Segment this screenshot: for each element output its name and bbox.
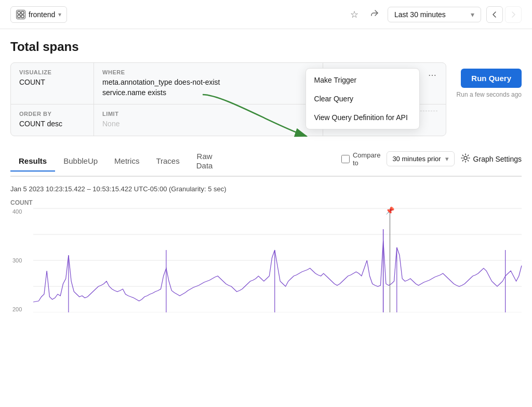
where-value-2: service.name exists — [102, 88, 314, 98]
where-cell: WHERE meta.annotation_type does-not-exis… — [94, 63, 323, 104]
tab-results[interactable]: Results — [10, 151, 55, 172]
chart-time-label: Jan 5 2023 10:23:15.422 – 10:53:15.422 U… — [10, 185, 522, 193]
query-row-1: VISUALIZE COUNT WHERE meta.annotation_ty… — [11, 63, 446, 104]
chart-inner: 📌 — [33, 208, 522, 312]
app-name: frontend — [29, 10, 55, 19]
tab-bubbleup[interactable]: BubbleUp — [55, 151, 106, 172]
run-query-button[interactable]: Run Query — [461, 69, 522, 88]
query-builder: VISUALIZE COUNT WHERE meta.annotation_ty… — [10, 62, 446, 136]
visualize-label: VISUALIZE — [19, 69, 85, 75]
order-by-cell: ORDER BY COUNT desc — [11, 104, 94, 136]
tabs: Results BubbleUp Metrics Traces RawData … — [10, 147, 522, 177]
run-status: Run a few seconds ago — [457, 91, 522, 98]
tab-traces[interactable]: Traces — [148, 151, 188, 172]
chart-y-label: COUNT — [10, 199, 522, 206]
app-selector[interactable]: frontend ▾ — [10, 6, 67, 23]
star-icon: ☆ — [350, 9, 358, 20]
limit-cell: LIMIT None — [94, 104, 323, 136]
y-label-300: 300 — [12, 257, 29, 264]
svg-point-5 — [464, 156, 467, 160]
visualize-cell: VISUALIZE COUNT — [11, 63, 94, 104]
limit-label: LIMIT — [102, 111, 314, 117]
y-label-200: 200 — [12, 306, 29, 312]
back-button[interactable] — [486, 6, 503, 23]
chart-container: 400 300 200 📌 — [10, 208, 522, 312]
more-icon: ⋯ — [428, 71, 436, 80]
svg-rect-0 — [18, 11, 20, 14]
star-button[interactable]: ☆ — [347, 6, 362, 23]
svg-rect-3 — [21, 15, 24, 18]
chevron-down-icon: ▾ — [58, 11, 61, 18]
nav-arrows — [486, 6, 522, 23]
where-value-1: meta.annotation_type does-not-exist — [102, 77, 314, 88]
compare-checkbox[interactable] — [341, 155, 350, 163]
app-icon — [16, 10, 25, 19]
visualize-value: COUNT — [19, 77, 85, 88]
query-and-run: VISUALIZE COUNT WHERE meta.annotation_ty… — [10, 62, 522, 136]
run-area: Run Query Run a few seconds ago — [446, 62, 522, 98]
share-button[interactable] — [367, 5, 382, 23]
time-chevron-icon: ▾ — [471, 10, 474, 19]
dropdown-menu: Make Trigger Clear Query View Query Defi… — [305, 68, 420, 129]
compare-check[interactable]: Compareto — [341, 151, 380, 167]
order-by-value: COUNT desc — [19, 119, 85, 129]
order-by-label: ORDER BY — [19, 111, 85, 117]
y-axis-labels: 400 300 200 — [10, 208, 31, 312]
time-prior-chevron: ▾ — [445, 155, 449, 163]
where-label: WHERE — [102, 69, 314, 75]
page: Total spans VISUALIZE COUNT WHERE meta.a… — [0, 29, 532, 312]
time-label: Last 30 minutes — [394, 10, 446, 19]
dropdown-item-api[interactable]: View Query Definition for API — [306, 108, 419, 127]
graph-settings-label: Graph Settings — [473, 155, 522, 163]
share-icon — [370, 8, 379, 20]
gear-icon — [461, 153, 470, 164]
dropdown-item-clear[interactable]: Clear Query — [306, 89, 419, 108]
time-selector[interactable]: Last 30 minutes ▾ — [388, 7, 481, 22]
tab-extras: Compareto 30 minutes prior ▾ Graph Setti… — [341, 151, 522, 171]
query-builder-wrap: VISUALIZE COUNT WHERE meta.annotation_ty… — [10, 62, 446, 136]
compare-label: Compareto — [353, 151, 380, 167]
time-prior-select[interactable]: 30 minutes prior ▾ — [387, 151, 454, 166]
top-bar: frontend ▾ ☆ Last 30 minutes ▾ — [0, 0, 532, 29]
pin-marker[interactable]: 📌 — [390, 208, 390, 312]
limit-value: None — [102, 119, 314, 129]
dropdown-item-trigger[interactable]: Make Trigger — [306, 71, 419, 89]
forward-button[interactable] — [505, 6, 522, 23]
time-prior-label: 30 minutes prior — [392, 155, 441, 163]
svg-rect-2 — [18, 15, 20, 18]
chart-svg — [33, 208, 522, 312]
more-button[interactable]: ⋯ — [425, 69, 440, 81]
chart-area: Jan 5 2023 10:23:15.422 – 10:53:15.422 U… — [10, 177, 522, 312]
tab-metrics[interactable]: Metrics — [106, 151, 148, 172]
pin-icon: 📌 — [385, 206, 394, 215]
svg-rect-1 — [21, 11, 24, 14]
tab-raw-data[interactable]: RawData — [188, 147, 221, 177]
y-label-400: 400 — [12, 208, 29, 215]
group-by-cell: GROUP BY ⋯ Make Trigger Clear Query View… — [323, 63, 446, 104]
graph-settings-button[interactable]: Graph Settings — [461, 153, 522, 164]
